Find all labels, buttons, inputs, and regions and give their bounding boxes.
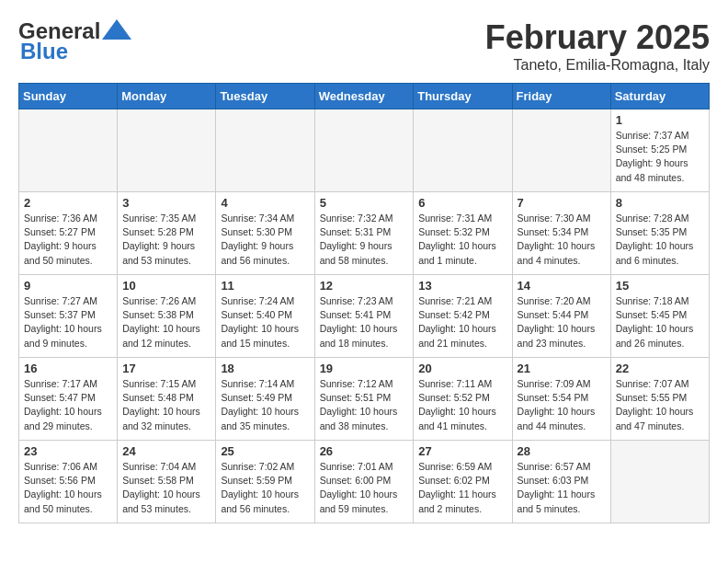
logo-icon [102, 19, 131, 40]
calendar-cell: 24Sunrise: 7:04 AM Sunset: 5:58 PM Dayli… [118, 441, 216, 523]
day-number: 17 [122, 362, 210, 375]
day-info: Sunrise: 7:14 AM Sunset: 5:49 PM Dayligh… [221, 377, 309, 433]
day-info: Sunrise: 7:07 AM Sunset: 5:55 PM Dayligh… [616, 377, 704, 433]
day-number: 23 [24, 444, 112, 458]
weekday-header-wednesday: Wednesday [314, 84, 414, 109]
week-row-4: 16Sunrise: 7:17 AM Sunset: 5:47 PM Dayli… [19, 358, 710, 441]
calendar-cell: 3Sunrise: 7:35 AM Sunset: 5:28 PM Daylig… [118, 192, 216, 275]
day-info: Sunrise: 7:37 AM Sunset: 5:25 PM Dayligh… [616, 129, 704, 185]
calendar-cell: 1Sunrise: 7:37 AM Sunset: 5:25 PM Daylig… [610, 109, 709, 192]
calendar-table: SundayMondayTuesdayWednesdayThursdayFrid… [18, 83, 710, 523]
calendar-cell: 11Sunrise: 7:24 AM Sunset: 5:40 PM Dayli… [216, 275, 314, 358]
day-info: Sunrise: 7:30 AM Sunset: 5:34 PM Dayligh… [518, 212, 606, 268]
calendar-cell: 22Sunrise: 7:07 AM Sunset: 5:55 PM Dayli… [610, 358, 709, 441]
day-number: 13 [418, 279, 506, 293]
weekday-header-friday: Friday [512, 84, 610, 109]
day-info: Sunrise: 7:18 AM Sunset: 5:45 PM Dayligh… [616, 294, 704, 350]
day-number: 10 [122, 279, 210, 293]
day-info: Sunrise: 7:21 AM Sunset: 5:42 PM Dayligh… [418, 294, 506, 350]
day-info: Sunrise: 7:20 AM Sunset: 5:44 PM Dayligh… [518, 294, 606, 350]
calendar-cell: 7Sunrise: 7:30 AM Sunset: 5:34 PM Daylig… [512, 192, 610, 275]
day-number: 4 [221, 196, 309, 210]
calendar-cell: 15Sunrise: 7:18 AM Sunset: 5:45 PM Dayli… [610, 275, 709, 358]
calendar-cell [118, 109, 216, 192]
calendar-cell: 14Sunrise: 7:20 AM Sunset: 5:44 PM Dayli… [512, 275, 610, 358]
day-number: 6 [418, 196, 506, 210]
day-info: Sunrise: 7:24 AM Sunset: 5:40 PM Dayligh… [221, 294, 309, 350]
day-info: Sunrise: 7:15 AM Sunset: 5:48 PM Dayligh… [122, 377, 210, 433]
day-info: Sunrise: 7:35 AM Sunset: 5:28 PM Dayligh… [122, 212, 210, 268]
day-number: 14 [518, 279, 606, 293]
day-info: Sunrise: 7:36 AM Sunset: 5:27 PM Dayligh… [24, 212, 112, 268]
day-info: Sunrise: 7:32 AM Sunset: 5:31 PM Dayligh… [320, 212, 409, 268]
day-number: 5 [320, 196, 409, 210]
calendar-cell: 12Sunrise: 7:23 AM Sunset: 5:41 PM Dayli… [314, 275, 414, 358]
day-number: 1 [616, 113, 704, 127]
day-info: Sunrise: 7:31 AM Sunset: 5:32 PM Dayligh… [418, 212, 506, 268]
day-info: Sunrise: 7:06 AM Sunset: 5:56 PM Dayligh… [24, 460, 112, 516]
month-title: February 2025 [485, 18, 710, 57]
calendar-cell: 25Sunrise: 7:02 AM Sunset: 5:59 PM Dayli… [216, 441, 314, 523]
day-number: 9 [24, 279, 112, 293]
day-number: 26 [320, 444, 409, 458]
weekday-header-saturday: Saturday [610, 84, 709, 109]
calendar-cell: 9Sunrise: 7:27 AM Sunset: 5:37 PM Daylig… [19, 275, 118, 358]
page-header: General Blue February 2025 Taneto, Emili… [18, 18, 710, 74]
calendar-cell: 19Sunrise: 7:12 AM Sunset: 5:51 PM Dayli… [314, 358, 414, 441]
day-info: Sunrise: 7:28 AM Sunset: 5:35 PM Dayligh… [616, 212, 704, 268]
day-info: Sunrise: 7:09 AM Sunset: 5:54 PM Dayligh… [518, 377, 606, 433]
day-info: Sunrise: 7:01 AM Sunset: 6:00 PM Dayligh… [320, 460, 409, 516]
calendar-cell: 18Sunrise: 7:14 AM Sunset: 5:49 PM Dayli… [216, 358, 314, 441]
calendar-cell: 21Sunrise: 7:09 AM Sunset: 5:54 PM Dayli… [512, 358, 610, 441]
day-number: 28 [518, 444, 606, 458]
weekday-header-row: SundayMondayTuesdayWednesdayThursdayFrid… [19, 84, 710, 109]
day-number: 20 [418, 362, 506, 375]
day-number: 2 [24, 196, 112, 210]
calendar-cell: 4Sunrise: 7:34 AM Sunset: 5:30 PM Daylig… [216, 192, 314, 275]
day-number: 22 [616, 362, 704, 375]
day-number: 16 [24, 362, 112, 375]
week-row-3: 9Sunrise: 7:27 AM Sunset: 5:37 PM Daylig… [19, 275, 710, 358]
day-info: Sunrise: 7:26 AM Sunset: 5:38 PM Dayligh… [122, 294, 210, 350]
calendar-cell [19, 109, 118, 192]
weekday-header-sunday: Sunday [19, 84, 118, 109]
day-number: 15 [616, 279, 704, 293]
calendar-cell: 26Sunrise: 7:01 AM Sunset: 6:00 PM Dayli… [314, 441, 414, 523]
calendar-cell [414, 109, 512, 192]
day-number: 18 [221, 362, 309, 375]
day-number: 12 [320, 279, 409, 293]
calendar-cell: 5Sunrise: 7:32 AM Sunset: 5:31 PM Daylig… [314, 192, 414, 275]
calendar-cell: 8Sunrise: 7:28 AM Sunset: 5:35 PM Daylig… [610, 192, 709, 275]
week-row-2: 2Sunrise: 7:36 AM Sunset: 5:27 PM Daylig… [19, 192, 710, 275]
weekday-header-monday: Monday [118, 84, 216, 109]
weekday-header-thursday: Thursday [414, 84, 512, 109]
calendar-cell [314, 109, 414, 192]
calendar-cell: 6Sunrise: 7:31 AM Sunset: 5:32 PM Daylig… [414, 192, 512, 275]
calendar-cell: 2Sunrise: 7:36 AM Sunset: 5:27 PM Daylig… [19, 192, 118, 275]
calendar-cell [512, 109, 610, 192]
calendar-cell: 10Sunrise: 7:26 AM Sunset: 5:38 PM Dayli… [118, 275, 216, 358]
day-number: 19 [320, 362, 409, 375]
day-number: 24 [122, 444, 210, 458]
day-number: 8 [616, 196, 704, 210]
title-block: February 2025 Taneto, Emilia-Romagna, It… [485, 18, 710, 74]
day-number: 7 [518, 196, 606, 210]
week-row-5: 23Sunrise: 7:06 AM Sunset: 5:56 PM Dayli… [19, 441, 710, 523]
day-info: Sunrise: 7:17 AM Sunset: 5:47 PM Dayligh… [24, 377, 112, 433]
calendar-cell: 17Sunrise: 7:15 AM Sunset: 5:48 PM Dayli… [118, 358, 216, 441]
day-info: Sunrise: 7:11 AM Sunset: 5:52 PM Dayligh… [418, 377, 506, 433]
calendar-cell: 23Sunrise: 7:06 AM Sunset: 5:56 PM Dayli… [19, 441, 118, 523]
svg-marker-0 [102, 19, 131, 40]
day-info: Sunrise: 7:27 AM Sunset: 5:37 PM Dayligh… [24, 294, 112, 350]
week-row-1: 1Sunrise: 7:37 AM Sunset: 5:25 PM Daylig… [19, 109, 710, 192]
calendar-cell: 28Sunrise: 6:57 AM Sunset: 6:03 PM Dayli… [512, 441, 610, 523]
calendar-cell: 20Sunrise: 7:11 AM Sunset: 5:52 PM Dayli… [414, 358, 512, 441]
day-number: 3 [122, 196, 210, 210]
day-info: Sunrise: 7:02 AM Sunset: 5:59 PM Dayligh… [221, 460, 309, 516]
day-number: 21 [518, 362, 606, 375]
day-info: Sunrise: 7:12 AM Sunset: 5:51 PM Dayligh… [320, 377, 409, 433]
calendar-cell [216, 109, 314, 192]
calendar-cell: 27Sunrise: 6:59 AM Sunset: 6:02 PM Dayli… [414, 441, 512, 523]
location: Taneto, Emilia-Romagna, Italy [485, 57, 710, 74]
day-info: Sunrise: 6:57 AM Sunset: 6:03 PM Dayligh… [518, 460, 606, 516]
